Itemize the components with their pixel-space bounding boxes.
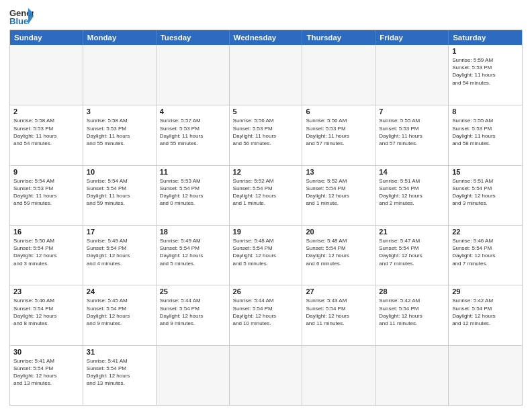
day-info: Sunrise: 5:52 AM Sunset: 5:54 PM Dayligh… [233, 177, 299, 208]
calendar-cell [449, 346, 522, 405]
calendar-week-4: 16Sunrise: 5:50 AM Sunset: 5:54 PM Dayli… [10, 225, 522, 285]
weekday-header-tuesday: Tuesday [157, 30, 230, 45]
day-info: Sunrise: 5:49 AM Sunset: 5:54 PM Dayligh… [160, 237, 226, 267]
day-info: Sunrise: 5:49 AM Sunset: 5:54 PM Dayligh… [87, 237, 152, 267]
day-number: 2 [13, 107, 79, 116]
day-info: Sunrise: 5:51 AM Sunset: 5:54 PM Dayligh… [379, 177, 445, 208]
calendar-cell [375, 346, 449, 405]
logo: General Blue [9, 7, 36, 26]
calendar-cell: 17Sunrise: 5:49 AM Sunset: 5:54 PM Dayli… [83, 226, 157, 285]
weekday-header-thursday: Thursday [302, 30, 375, 45]
day-number: 17 [87, 228, 152, 236]
day-number: 16 [13, 228, 79, 236]
day-number: 26 [233, 287, 299, 295]
calendar-cell: 13Sunrise: 5:52 AM Sunset: 5:54 PM Dayli… [302, 166, 375, 225]
day-number: 13 [306, 168, 371, 176]
day-info: Sunrise: 5:52 AM Sunset: 5:54 PM Dayligh… [306, 177, 371, 208]
calendar-cell: 27Sunrise: 5:43 AM Sunset: 5:54 PM Dayli… [302, 285, 375, 345]
calendar-cell: 24Sunrise: 5:45 AM Sunset: 5:54 PM Dayli… [83, 285, 157, 345]
calendar-week-6: 30Sunrise: 5:41 AM Sunset: 5:54 PM Dayli… [10, 345, 522, 405]
day-number: 30 [13, 348, 79, 356]
day-info: Sunrise: 5:55 AM Sunset: 5:53 PM Dayligh… [452, 117, 519, 147]
calendar-cell: 4Sunrise: 5:57 AM Sunset: 5:53 PM Daylig… [157, 105, 230, 165]
calendar-cell: 9Sunrise: 5:54 AM Sunset: 5:53 PM Daylig… [10, 166, 83, 225]
calendar-week-5: 23Sunrise: 5:46 AM Sunset: 5:54 PM Dayli… [10, 285, 522, 345]
calendar-cell: 10Sunrise: 5:54 AM Sunset: 5:54 PM Dayli… [83, 166, 157, 225]
day-number: 10 [87, 168, 152, 176]
day-number: 18 [160, 228, 226, 236]
day-info: Sunrise: 5:51 AM Sunset: 5:54 PM Dayligh… [452, 177, 519, 208]
calendar-cell [83, 45, 157, 105]
day-info: Sunrise: 5:44 AM Sunset: 5:54 PM Dayligh… [233, 297, 299, 327]
day-number: 24 [87, 287, 152, 295]
calendar-cell: 19Sunrise: 5:48 AM Sunset: 5:54 PM Dayli… [230, 226, 303, 285]
day-number: 22 [452, 228, 519, 236]
calendar-week-2: 2Sunrise: 5:58 AM Sunset: 5:53 PM Daylig… [10, 105, 522, 165]
calendar-cell: 2Sunrise: 5:58 AM Sunset: 5:53 PM Daylig… [10, 105, 83, 165]
day-number: 11 [160, 168, 226, 176]
weekday-header-friday: Friday [375, 30, 449, 45]
calendar-cell [157, 346, 230, 405]
day-info: Sunrise: 5:56 AM Sunset: 5:53 PM Dayligh… [306, 117, 371, 147]
weekday-header-monday: Monday [83, 30, 157, 45]
day-info: Sunrise: 5:42 AM Sunset: 5:54 PM Dayligh… [452, 297, 519, 327]
day-info: Sunrise: 5:41 AM Sunset: 5:54 PM Dayligh… [87, 357, 152, 387]
day-info: Sunrise: 5:50 AM Sunset: 5:54 PM Dayligh… [13, 237, 79, 267]
calendar-cell: 21Sunrise: 5:47 AM Sunset: 5:54 PM Dayli… [375, 226, 449, 285]
day-info: Sunrise: 5:48 AM Sunset: 5:54 PM Dayligh… [306, 237, 371, 267]
day-number: 7 [379, 107, 445, 116]
calendar-cell: 16Sunrise: 5:50 AM Sunset: 5:54 PM Dayli… [10, 226, 83, 285]
calendar-cell: 5Sunrise: 5:56 AM Sunset: 5:53 PM Daylig… [230, 105, 303, 165]
calendar-cell: 11Sunrise: 5:53 AM Sunset: 5:54 PM Dayli… [157, 166, 230, 225]
day-info: Sunrise: 5:42 AM Sunset: 5:54 PM Dayligh… [379, 297, 445, 327]
day-number: 6 [306, 107, 371, 116]
day-info: Sunrise: 5:58 AM Sunset: 5:53 PM Dayligh… [87, 117, 152, 147]
calendar-cell [10, 45, 83, 105]
calendar-cell: 7Sunrise: 5:55 AM Sunset: 5:53 PM Daylig… [375, 105, 449, 165]
day-number: 8 [452, 107, 519, 116]
calendar-cell: 30Sunrise: 5:41 AM Sunset: 5:54 PM Dayli… [10, 346, 83, 405]
day-info: Sunrise: 5:47 AM Sunset: 5:54 PM Dayligh… [379, 237, 445, 267]
day-number: 12 [233, 168, 299, 176]
calendar-cell [230, 45, 303, 105]
day-number: 28 [379, 287, 445, 295]
calendar-cell [302, 45, 375, 105]
day-number: 23 [13, 287, 79, 295]
day-number: 25 [160, 287, 226, 295]
calendar-cell: 28Sunrise: 5:42 AM Sunset: 5:54 PM Dayli… [375, 285, 449, 345]
day-info: Sunrise: 5:58 AM Sunset: 5:53 PM Dayligh… [13, 117, 79, 147]
day-number: 14 [379, 168, 445, 176]
calendar: SundayMondayTuesdayWednesdayThursdayFrid… [9, 30, 523, 406]
calendar-cell: 26Sunrise: 5:44 AM Sunset: 5:54 PM Dayli… [230, 285, 303, 345]
calendar-cell: 23Sunrise: 5:46 AM Sunset: 5:54 PM Dayli… [10, 285, 83, 345]
weekday-header-wednesday: Wednesday [230, 30, 303, 45]
calendar-week-3: 9Sunrise: 5:54 AM Sunset: 5:53 PM Daylig… [10, 165, 522, 225]
day-number: 27 [306, 287, 371, 295]
day-info: Sunrise: 5:53 AM Sunset: 5:54 PM Dayligh… [160, 177, 226, 208]
day-number: 9 [13, 168, 79, 176]
calendar-cell: 14Sunrise: 5:51 AM Sunset: 5:54 PM Dayli… [375, 166, 449, 225]
day-number: 1 [452, 47, 519, 55]
day-info: Sunrise: 5:46 AM Sunset: 5:54 PM Dayligh… [452, 237, 519, 267]
day-info: Sunrise: 5:56 AM Sunset: 5:53 PM Dayligh… [233, 117, 299, 147]
calendar-cell: 18Sunrise: 5:49 AM Sunset: 5:54 PM Dayli… [157, 226, 230, 285]
calendar-week-1: 1Sunrise: 5:59 AM Sunset: 5:53 PM Daylig… [10, 45, 522, 105]
calendar-cell [230, 346, 303, 405]
calendar-cell [375, 45, 449, 105]
day-number: 31 [87, 348, 152, 356]
logo-icon: General Blue [9, 7, 34, 26]
day-number: 20 [306, 228, 371, 236]
day-number: 19 [233, 228, 299, 236]
calendar-cell [157, 45, 230, 105]
calendar-cell: 6Sunrise: 5:56 AM Sunset: 5:53 PM Daylig… [302, 105, 375, 165]
calendar-cell: 31Sunrise: 5:41 AM Sunset: 5:54 PM Dayli… [83, 346, 157, 405]
day-info: Sunrise: 5:45 AM Sunset: 5:54 PM Dayligh… [87, 297, 152, 327]
day-info: Sunrise: 5:54 AM Sunset: 5:53 PM Dayligh… [13, 177, 79, 208]
day-number: 15 [452, 168, 519, 176]
day-info: Sunrise: 5:57 AM Sunset: 5:53 PM Dayligh… [160, 117, 226, 147]
svg-text:Blue: Blue [9, 16, 28, 26]
weekday-header-saturday: Saturday [449, 30, 522, 45]
calendar-body: 1Sunrise: 5:59 AM Sunset: 5:53 PM Daylig… [10, 45, 522, 405]
calendar-cell: 3Sunrise: 5:58 AM Sunset: 5:53 PM Daylig… [83, 105, 157, 165]
day-number: 3 [87, 107, 152, 116]
